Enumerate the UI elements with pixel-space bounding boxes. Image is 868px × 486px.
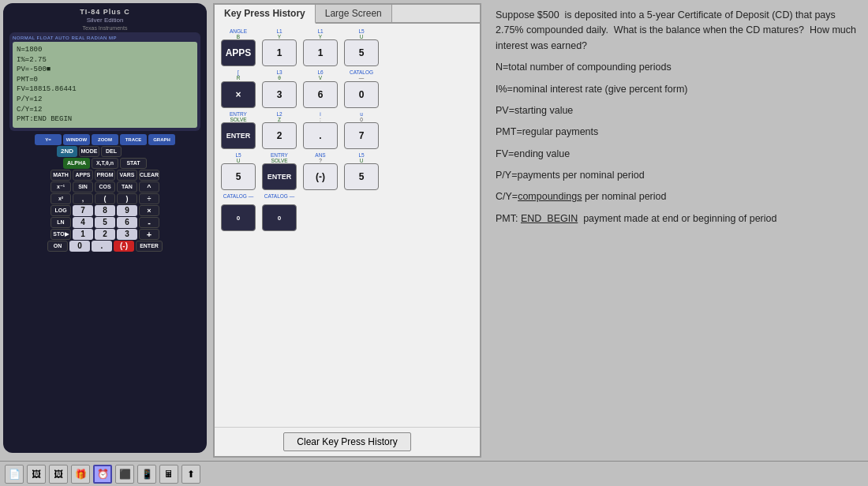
calc-btn-power[interactable]: ^ xyxy=(139,181,159,193)
toolbar-icon-gift[interactable]: 🎁 xyxy=(71,465,90,484)
calc-btn-zoom[interactable]: ZOOM xyxy=(92,134,118,145)
calc-btn-cos[interactable]: COS xyxy=(95,181,115,193)
toolbar-icon-square[interactable]: ⬛ xyxy=(115,465,134,484)
calc-row-9: STO▶ 1 2 3 + xyxy=(9,229,200,240)
toolbar-icon-phone[interactable]: 📱 xyxy=(137,465,156,484)
calc-btn-prgm[interactable]: PRGM xyxy=(95,170,115,181)
key-5c-top-green: U xyxy=(360,158,364,163)
key-1a-top-blue: L1 xyxy=(276,28,282,34)
ti-logo: Texas Instruments xyxy=(9,25,200,31)
key-enter-b: ENTRY SOLVE ENTER xyxy=(262,152,297,190)
kph-display-row-4: L5 U 5 ENTRY SOLVE ENTER ANS ? xyxy=(219,152,475,190)
key-dot-top-green: : xyxy=(320,117,321,122)
calc-buttons: Y= WINDOW ZOOM TRACE GRAPH 2ND MODE DEL … xyxy=(9,134,200,445)
key-7-body: 7 xyxy=(344,122,379,149)
calc-btn-graph[interactable]: GRAPH xyxy=(148,134,175,145)
calc-btn-neg[interactable]: (-) xyxy=(114,241,134,252)
key-enter-a: ENTRY SOLVE ENTER xyxy=(221,111,256,149)
key-1b: L1 Y 1 xyxy=(303,28,338,66)
key-apps-top-green: B xyxy=(237,34,240,39)
calc-btn-0[interactable]: 0 xyxy=(69,241,90,252)
key-apps: ANGLE B APPS xyxy=(221,28,256,66)
calc-btn-log[interactable]: LOG xyxy=(51,205,71,216)
key-5c-body: 5 xyxy=(344,163,379,190)
calc-btn-ln[interactable]: LN xyxy=(51,217,71,228)
calc-btn-mode[interactable]: MODE xyxy=(79,146,99,157)
info-end-underline: END BEGIN xyxy=(521,213,578,224)
calc-btn-window[interactable]: WINDOW xyxy=(63,134,90,145)
calc-btn-dot[interactable]: . xyxy=(92,241,112,252)
key-6-body: 6 xyxy=(303,81,338,108)
key-catalog-0a-top: CATALOG — xyxy=(223,193,253,199)
calc-btn-7[interactable]: 7 xyxy=(73,205,93,216)
calc-btn-3[interactable]: 3 xyxy=(117,229,137,240)
calc-btn-5[interactable]: 5 xyxy=(95,217,115,228)
calc-btn-math[interactable]: MATH xyxy=(51,170,71,181)
screen-line-4: PMT=0 xyxy=(17,75,193,85)
calc-row-10: ON 0 . (-) ENTER xyxy=(9,241,200,252)
info-def-pv: PV=starting value xyxy=(496,103,857,118)
calc-btn-on[interactable]: ON xyxy=(47,241,68,252)
kph-display-row-3: ENTRY SOLVE ENTER L2 Z 2 i : xyxy=(219,111,475,149)
calc-btn-x-inv[interactable]: x⁻¹ xyxy=(51,181,71,193)
toolbar-icon-img1[interactable]: 🖼 xyxy=(27,465,46,484)
calc-btn-4[interactable]: 4 xyxy=(73,217,93,228)
calc-btn-2nd[interactable]: 2ND xyxy=(57,146,77,157)
calc-btn-rparen[interactable]: ) xyxy=(117,193,137,204)
calc-btn-xtn[interactable]: X,T,θ,n xyxy=(92,158,118,169)
info-def-fv: FV=ending value xyxy=(496,147,857,162)
calc-btn-stat[interactable]: STAT xyxy=(120,158,147,169)
calc-btn-vars[interactable]: VARS xyxy=(117,170,137,181)
key-6-top-blue: L6 xyxy=(317,69,323,75)
calc-btn-comma[interactable]: , xyxy=(73,193,93,204)
key-1a-body: 1 xyxy=(262,39,297,66)
key-5c: L5 U 5 xyxy=(344,152,379,190)
key-2-top-blue: L2 xyxy=(276,111,282,117)
toolbar-icon-doc[interactable]: 📄 xyxy=(5,465,24,484)
calc-btn-del[interactable]: DEL xyxy=(101,146,122,157)
calc-btn-plus[interactable]: + xyxy=(139,229,159,240)
calc-btn-alpha[interactable]: ALPHA xyxy=(63,158,90,169)
calc-btn-minus[interactable]: - xyxy=(139,217,159,228)
calc-btn-apps[interactable]: APPS xyxy=(73,170,93,181)
key-catalog-0b-body: 0 xyxy=(262,204,297,231)
calc-btn-trace[interactable]: TRACE xyxy=(120,134,147,145)
info-def-n: N=total number of compounding periods xyxy=(496,60,857,75)
toolbar-icon-calc[interactable]: 🖩 xyxy=(159,465,178,484)
key-5b-top-blue: L5 xyxy=(235,152,241,158)
tab-large-screen[interactable]: Large Screen xyxy=(316,5,392,22)
key-neg-top-blue: ANS xyxy=(315,152,325,158)
calc-btn-6[interactable]: 6 xyxy=(117,217,137,228)
calc-btn-1[interactable]: 1 xyxy=(73,229,93,240)
tab-kph[interactable]: Key Press History xyxy=(215,5,316,24)
calc-btn-9[interactable]: 9 xyxy=(117,205,137,216)
clear-kph-button[interactable]: Clear Key Press History xyxy=(283,432,410,451)
key-neg: ANS ? (-) xyxy=(303,152,338,190)
toolbar-icon-upload[interactable]: ⬆ xyxy=(181,465,200,484)
key-neg-top-green: ? xyxy=(319,158,322,163)
calc-btn-sto[interactable]: STO▶ xyxy=(51,229,71,240)
key-1b-body: 1 xyxy=(303,39,338,66)
kph-display-row-1: ANGLE B APPS L1 Y 1 L1 Y xyxy=(219,28,475,66)
toolbar-icon-img2[interactable]: 🖼 xyxy=(49,465,68,484)
key-5b-top-green: U xyxy=(237,158,241,163)
toolbar-icon-clock[interactable]: ⏰ xyxy=(93,465,112,484)
calc-btn-8[interactable]: 8 xyxy=(95,205,115,216)
calc-btn-mul[interactable]: × xyxy=(139,205,159,216)
calc-btn-2[interactable]: 2 xyxy=(95,229,115,240)
calc-btn-enter[interactable]: ENTER xyxy=(136,241,163,252)
calc-btn-x2[interactable]: x² xyxy=(51,193,71,204)
calc-btn-tan[interactable]: TAN xyxy=(117,181,137,193)
calc-btn-div[interactable]: ÷ xyxy=(139,193,159,204)
key-7-top-blue: u xyxy=(360,111,363,117)
calc-btn-sin[interactable]: SIN xyxy=(73,181,93,193)
key-3-body: 3 xyxy=(262,81,297,108)
calc-btn-y=[interactable]: Y= xyxy=(35,134,62,145)
calc-btn-clear[interactable]: CLEAR xyxy=(139,170,159,181)
info-def-end: PMT: END BEGIN payment made at end or be… xyxy=(496,211,857,226)
calc-btn-lparen[interactable]: ( xyxy=(95,193,115,204)
key-1b-top-green: Y xyxy=(319,34,322,39)
key-1a-top-green: Y xyxy=(278,34,281,39)
calc-row-nav: MATH APPS PRGM VARS CLEAR xyxy=(9,170,200,181)
screen-line-8: PMT:END BEGIN xyxy=(17,114,193,125)
